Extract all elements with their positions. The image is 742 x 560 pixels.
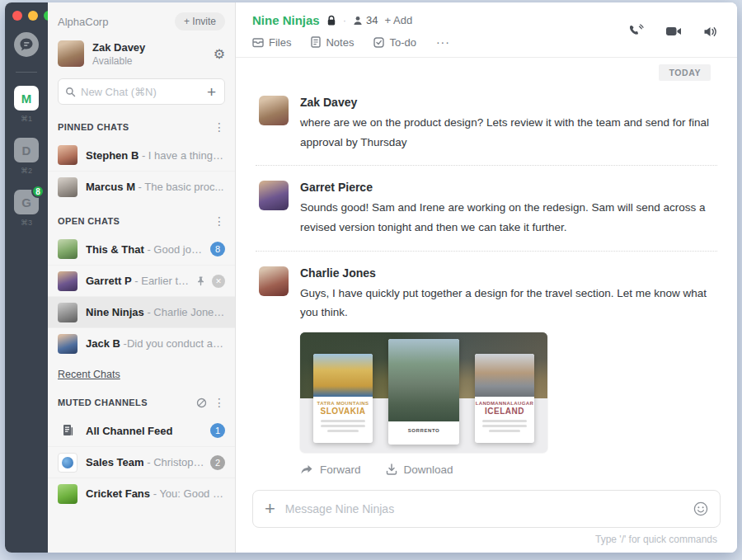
- tab-notes[interactable]: Notes: [311, 36, 354, 49]
- message-list[interactable]: TODAY Zak Davey where are we on the prod…: [236, 58, 737, 482]
- chat-preview: - Earlier this...: [134, 275, 190, 287]
- avatar: [58, 334, 77, 354]
- dot-separator: ·: [343, 14, 346, 26]
- todo-icon: [373, 37, 384, 48]
- pin-icon[interactable]: [195, 275, 206, 286]
- unread-badge: 1: [210, 423, 225, 438]
- chat-row-nine-ninjas[interactable]: Nine Ninjas - Charlie Jones: G...: [48, 296, 235, 327]
- close-window-button[interactable]: [12, 11, 22, 21]
- tab-files[interactable]: Files: [252, 36, 291, 49]
- message-text: Guys, I have quickly put together a desi…: [300, 284, 714, 322]
- message-input[interactable]: [285, 502, 683, 515]
- feed-icon: [58, 421, 77, 440]
- add-member-button[interactable]: + Add: [385, 14, 413, 26]
- chat-row-marcus-m[interactable]: Marcus M - The basic proc...: [48, 171, 235, 202]
- workspace-g: G 8 ⌘3: [14, 190, 39, 233]
- new-chat-search[interactable]: +: [58, 78, 225, 105]
- card-photo: [313, 354, 373, 397]
- minimize-window-button[interactable]: [28, 11, 38, 21]
- today-divider: TODAY: [659, 64, 711, 81]
- forward-icon: [300, 464, 313, 475]
- member-count[interactable]: 34: [353, 14, 378, 26]
- chat-row-garrett-p[interactable]: Garrett P - Earlier this... ✕: [48, 265, 235, 296]
- card-body-lines: [321, 420, 365, 432]
- message-author: Charlie Jones: [300, 266, 714, 280]
- chat-row-sales-team[interactable]: Sales Team - Christopher J: d. 2: [48, 446, 235, 478]
- user-name: Zak Davey: [92, 41, 214, 54]
- chat-row-jack-b[interactable]: Jack B -Did you conduct any sur: [48, 327, 235, 359]
- chat-preview: - You: Good game: [153, 487, 225, 500]
- flock-logo-icon: [14, 32, 39, 57]
- avatar[interactable]: [259, 96, 289, 125]
- conversation-panel: Nine Ninjas · 34 + Add Files Notes: [236, 2, 737, 553]
- avatar[interactable]: [58, 40, 84, 67]
- image-attachment[interactable]: TATRA MOUNTAINS SLOVAKIA SORRENTO LANDMA…: [300, 332, 547, 453]
- chat-name: Nine Ninjas: [86, 306, 144, 318]
- download-label: Download: [404, 464, 453, 476]
- workspace-m: M ⌘1: [14, 86, 39, 129]
- chat-preview: - Good job👏...: [147, 243, 205, 256]
- message-composer[interactable]: +: [252, 490, 721, 528]
- quick-commands-hint: Type '/' for quick commands: [252, 528, 721, 553]
- emoji-icon[interactable]: [693, 501, 708, 516]
- chat-preview: - Charlie Jones: G...: [147, 306, 225, 318]
- close-chat-icon[interactable]: ✕: [212, 275, 225, 288]
- tab-todo[interactable]: To-do: [373, 36, 416, 49]
- avatar: [58, 484, 77, 504]
- search-icon: [65, 87, 76, 97]
- chat-header: Nine Ninjas · 34 + Add Files Notes: [236, 2, 737, 58]
- person-icon: [353, 16, 363, 26]
- chat-row-stephen-b[interactable]: Stephen B - I have a thing for: [48, 139, 235, 171]
- attach-plus-icon[interactable]: +: [265, 500, 275, 518]
- video-call-icon[interactable]: [665, 26, 682, 37]
- workspace-rail: M ⌘1 D ⌘2 G 8 ⌘3: [5, 2, 48, 553]
- card-photo: [475, 354, 534, 397]
- travel-card-sorrento: SORRENTO: [388, 339, 459, 445]
- more-tabs-icon[interactable]: ···: [436, 35, 450, 49]
- kebab-menu-icon[interactable]: ⋮: [214, 397, 225, 408]
- team-name: AlphaCorp: [58, 16, 108, 28]
- avatar[interactable]: [259, 266, 289, 296]
- tab-label: Files: [269, 36, 291, 49]
- sidebar: AlphaCorp + Invite Zak Davey Available ⚙…: [48, 2, 236, 553]
- chat-row-this-and-that[interactable]: This & That - Good job👏... 8: [48, 233, 235, 265]
- recent-chats-link[interactable]: Recent Chats: [48, 359, 130, 384]
- gear-icon[interactable]: ⚙: [214, 46, 225, 62]
- kebab-menu-icon[interactable]: ⋮: [214, 121, 225, 133]
- mute-icon[interactable]: [196, 398, 207, 408]
- workspace-tile-g[interactable]: G 8: [14, 190, 39, 214]
- traffic-lights: [5, 11, 54, 21]
- avatar: [58, 271, 77, 291]
- kebab-menu-icon[interactable]: ⋮: [214, 215, 225, 227]
- chat-name: Cricket Fans: [86, 487, 150, 500]
- card-photo: [388, 339, 459, 421]
- tab-label: Notes: [326, 36, 354, 49]
- chat-row-all-channel-feed[interactable]: All Channel Feed 1: [48, 415, 235, 446]
- workspace-letter: M: [21, 92, 32, 106]
- download-button[interactable]: Download: [386, 464, 453, 476]
- invite-button[interactable]: + Invite: [175, 12, 225, 31]
- call-icon[interactable]: [628, 24, 644, 39]
- workspace-tile-m[interactable]: M: [14, 86, 39, 111]
- channel-title: Nine Ninjas: [252, 13, 320, 27]
- workspace-tile-d[interactable]: D: [14, 138, 39, 162]
- avatar: [58, 239, 77, 259]
- speaker-icon[interactable]: [703, 26, 717, 38]
- muted-channels-title: MUTED CHANNELS: [58, 398, 148, 407]
- avatar[interactable]: [259, 181, 289, 210]
- forward-button[interactable]: Forward: [300, 464, 361, 476]
- message-text: Sounds good! Sam and Irene are working o…: [300, 198, 714, 237]
- message: Garret Pierce Sounds good! Sam and Irene…: [256, 166, 717, 251]
- new-chat-plus-button[interactable]: +: [205, 84, 218, 100]
- chat-row-cricket-fans[interactable]: Cricket Fans - You: Good game: [48, 478, 235, 509]
- travel-card-slovakia: TATRA MOUNTAINS SLOVAKIA: [313, 354, 373, 443]
- files-icon: [252, 37, 264, 48]
- open-chats-title: OPEN CHATS: [58, 216, 120, 226]
- chat-name: Garrett P: [86, 275, 132, 287]
- forward-label: Forward: [320, 464, 361, 476]
- workspace-letter: G: [21, 195, 31, 209]
- message: Charlie Jones Guys, I have quickly put t…: [256, 252, 717, 482]
- search-input[interactable]: [81, 86, 205, 98]
- lock-icon: [326, 15, 336, 26]
- member-count-value: 34: [366, 14, 378, 26]
